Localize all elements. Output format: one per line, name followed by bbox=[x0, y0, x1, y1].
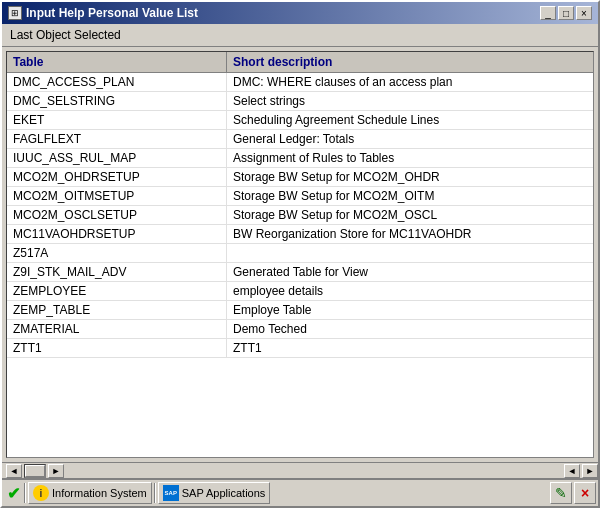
close-status-icon: × bbox=[581, 485, 589, 501]
cell-table-desc: Employe Table bbox=[227, 301, 593, 319]
cell-table-desc: Demo Teched bbox=[227, 320, 593, 338]
table-row[interactable]: MC11VAOHDRSETUPBW Reorganization Store f… bbox=[7, 225, 593, 244]
table-row[interactable]: FAGLFLEXTGeneral Ledger: Totals bbox=[7, 130, 593, 149]
cell-table-desc: Storage BW Setup for MCO2M_OSCL bbox=[227, 206, 593, 224]
minimize-button[interactable]: _ bbox=[540, 6, 556, 20]
cell-table-desc: Storage BW Setup for MCO2M_OITM bbox=[227, 187, 593, 205]
statusbar: ✔ i Information System SAP SAP Applicati… bbox=[2, 478, 598, 506]
table-row[interactable]: Z517A bbox=[7, 244, 593, 263]
cell-table-name: ZEMPLOYEE bbox=[7, 282, 227, 300]
col-header-table: Table bbox=[7, 52, 227, 72]
cell-table-name: MC11VAOHDRSETUP bbox=[7, 225, 227, 243]
sap-apps-label: SAP Applications bbox=[182, 487, 266, 499]
table-row[interactable]: Z9I_STK_MAIL_ADVGenerated Table for View bbox=[7, 263, 593, 282]
cell-table-name: FAGLFLEXT bbox=[7, 130, 227, 148]
cell-table-name: IUUC_ASS_RUL_MAP bbox=[7, 149, 227, 167]
table-row[interactable]: ZTT1ZTT1 bbox=[7, 339, 593, 358]
window-icon: ⊞ bbox=[8, 6, 22, 20]
table-header: Table Short description bbox=[7, 52, 593, 73]
cell-table-desc: General Ledger: Totals bbox=[227, 130, 593, 148]
info-symbol: i bbox=[40, 488, 43, 499]
status-divider-1 bbox=[24, 483, 26, 503]
cell-table-name: Z517A bbox=[7, 244, 227, 262]
cell-table-desc bbox=[227, 244, 593, 262]
cell-table-desc: BW Reorganization Store for MC11VAOHDR bbox=[227, 225, 593, 243]
cell-table-desc: Storage BW Setup for MCO2M_OHDR bbox=[227, 168, 593, 186]
main-window: ⊞ Input Help Personal Value List _ □ × L… bbox=[0, 0, 600, 508]
close-status-button[interactable]: × bbox=[574, 482, 596, 504]
cell-table-name: DMC_SELSTRING bbox=[7, 92, 227, 110]
table-row[interactable]: DMC_SELSTRINGSelect strings bbox=[7, 92, 593, 111]
check-icon[interactable]: ✔ bbox=[4, 484, 22, 502]
cell-table-desc: Assignment of Rules to Tables bbox=[227, 149, 593, 167]
table-row[interactable]: ZMATERIALDemo Teched bbox=[7, 320, 593, 339]
checkmark-symbol: ✔ bbox=[7, 484, 20, 503]
sap-symbol: SAP bbox=[165, 490, 177, 496]
info-system-button[interactable]: i Information System bbox=[28, 482, 152, 504]
right-scroll-area: ◄ ► bbox=[564, 464, 598, 478]
pen-icon: ✎ bbox=[555, 485, 567, 501]
cell-table-desc: ZTT1 bbox=[227, 339, 593, 357]
scroll-right3-button[interactable]: ► bbox=[582, 464, 598, 478]
table-container: Table Short description DMC_ACCESS_PLAND… bbox=[6, 51, 594, 458]
bottom-scrollbar: ◄ ► ◄ ► bbox=[2, 462, 598, 478]
table-row[interactable]: ZEMPLOYEEemployee details bbox=[7, 282, 593, 301]
cell-table-name: MCO2M_OITMSETUP bbox=[7, 187, 227, 205]
cell-table-desc: Scheduling Agreement Schedule Lines bbox=[227, 111, 593, 129]
table-row[interactable]: ZEMP_TABLEEmploye Table bbox=[7, 301, 593, 320]
last-object-bar: Last Object Selected bbox=[2, 24, 598, 47]
scroll-thumb[interactable] bbox=[25, 465, 45, 477]
sap-apps-icon: SAP bbox=[163, 485, 179, 501]
table-body[interactable]: DMC_ACCESS_PLANDMC: WHERE clauses of an … bbox=[7, 73, 593, 457]
info-system-icon: i bbox=[33, 485, 49, 501]
cell-table-name: DMC_ACCESS_PLAN bbox=[7, 73, 227, 91]
cell-table-name: ZEMP_TABLE bbox=[7, 301, 227, 319]
maximize-button[interactable]: □ bbox=[558, 6, 574, 20]
cell-table-name: ZMATERIAL bbox=[7, 320, 227, 338]
table-row[interactable]: MCO2M_OITMSETUPStorage BW Setup for MCO2… bbox=[7, 187, 593, 206]
table-row[interactable]: DMC_ACCESS_PLANDMC: WHERE clauses of an … bbox=[7, 73, 593, 92]
cell-table-desc: employee details bbox=[227, 282, 593, 300]
horiz-scroll-area: ◄ ► bbox=[2, 462, 68, 480]
table-row[interactable]: MCO2M_OSCLSETUPStorage BW Setup for MCO2… bbox=[7, 206, 593, 225]
scroll-left-button[interactable]: ◄ bbox=[6, 464, 22, 478]
table-row[interactable]: MCO2M_OHDRSETUPStorage BW Setup for MCO2… bbox=[7, 168, 593, 187]
cell-table-desc: DMC: WHERE clauses of an access plan bbox=[227, 73, 593, 91]
scroll-right-button[interactable]: ► bbox=[48, 464, 64, 478]
last-object-label: Last Object Selected bbox=[10, 28, 121, 42]
scroll-right2-button[interactable]: ◄ bbox=[564, 464, 580, 478]
title-bar-buttons: _ □ × bbox=[540, 6, 592, 20]
cell-table-name: ZTT1 bbox=[7, 339, 227, 357]
sap-apps-button[interactable]: SAP SAP Applications bbox=[158, 482, 271, 504]
status-divider-2 bbox=[154, 483, 156, 503]
title-bar: ⊞ Input Help Personal Value List _ □ × bbox=[2, 2, 598, 24]
cell-table-desc: Select strings bbox=[227, 92, 593, 110]
title-bar-left: ⊞ Input Help Personal Value List bbox=[8, 6, 198, 20]
pen-button[interactable]: ✎ bbox=[550, 482, 572, 504]
scroll-track[interactable] bbox=[24, 464, 46, 478]
right-buttons: ✎ × bbox=[550, 482, 596, 504]
main-content: Table Short description DMC_ACCESS_PLAND… bbox=[2, 47, 598, 462]
cell-table-name: Z9I_STK_MAIL_ADV bbox=[7, 263, 227, 281]
window-title: Input Help Personal Value List bbox=[26, 6, 198, 20]
col-header-desc: Short description bbox=[227, 52, 593, 72]
table-row[interactable]: EKETScheduling Agreement Schedule Lines bbox=[7, 111, 593, 130]
cell-table-name: EKET bbox=[7, 111, 227, 129]
cell-table-desc: Generated Table for View bbox=[227, 263, 593, 281]
cell-table-name: MCO2M_OSCLSETUP bbox=[7, 206, 227, 224]
info-system-label: Information System bbox=[52, 487, 147, 499]
close-button[interactable]: × bbox=[576, 6, 592, 20]
cell-table-name: MCO2M_OHDRSETUP bbox=[7, 168, 227, 186]
table-row[interactable]: IUUC_ASS_RUL_MAPAssignment of Rules to T… bbox=[7, 149, 593, 168]
